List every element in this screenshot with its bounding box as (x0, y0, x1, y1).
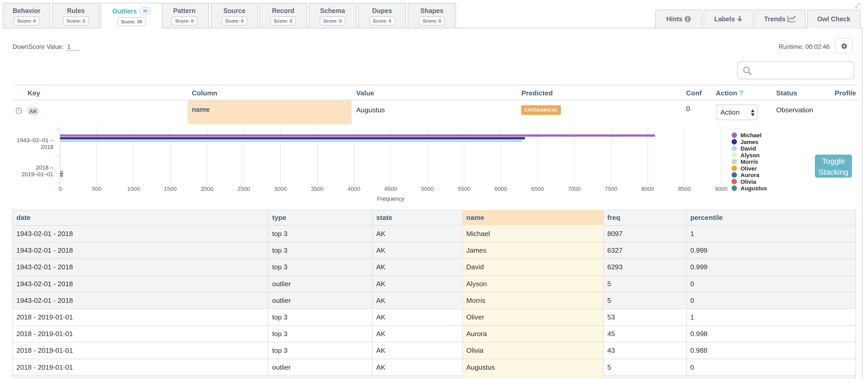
svg-text:5000: 5000 (421, 185, 434, 192)
svg-text:9000: 9000 (715, 185, 727, 192)
svg-text:Frequency: Frequency (377, 196, 404, 202)
svg-text:Aurora: Aurora (741, 172, 760, 178)
svg-text:1000: 1000 (127, 185, 140, 192)
svg-text:David: David (741, 145, 756, 152)
svg-text:3000: 3000 (274, 185, 287, 192)
svg-text:Oliver: Oliver (741, 165, 757, 172)
svg-text:Michael: Michael (741, 132, 762, 139)
svg-text:6000: 6000 (494, 185, 507, 192)
svg-text:6500: 6500 (531, 185, 544, 192)
svg-text:1500: 1500 (164, 185, 177, 192)
svg-text:3500: 3500 (311, 185, 324, 192)
svg-text:500: 500 (92, 185, 102, 192)
svg-text:4000: 4000 (348, 185, 360, 192)
svg-text:5500: 5500 (458, 185, 470, 192)
svg-text:James: James (741, 139, 758, 145)
svg-text:8000: 8000 (641, 185, 654, 192)
svg-text:Olivia: Olivia (741, 179, 756, 185)
svg-text:2500: 2500 (237, 185, 250, 192)
svg-text:7500: 7500 (605, 185, 617, 192)
svg-text:2018: 2018 (40, 144, 53, 150)
svg-text:Morris: Morris (741, 159, 758, 165)
svg-text:4500: 4500 (384, 185, 397, 192)
svg-text:Augustus: Augustus (741, 185, 767, 192)
svg-text:8500: 8500 (678, 185, 691, 192)
svg-text:Alyson: Alyson (741, 152, 760, 159)
svg-text:0: 0 (59, 185, 62, 192)
svg-text:2018 –: 2018 – (36, 164, 54, 171)
svg-text:2019–01–01: 2019–01–01 (22, 171, 53, 177)
svg-text:7000: 7000 (568, 185, 581, 192)
svg-text:1943–02–01 –: 1943–02–01 – (17, 137, 53, 143)
svg-text:2000: 2000 (200, 185, 213, 192)
